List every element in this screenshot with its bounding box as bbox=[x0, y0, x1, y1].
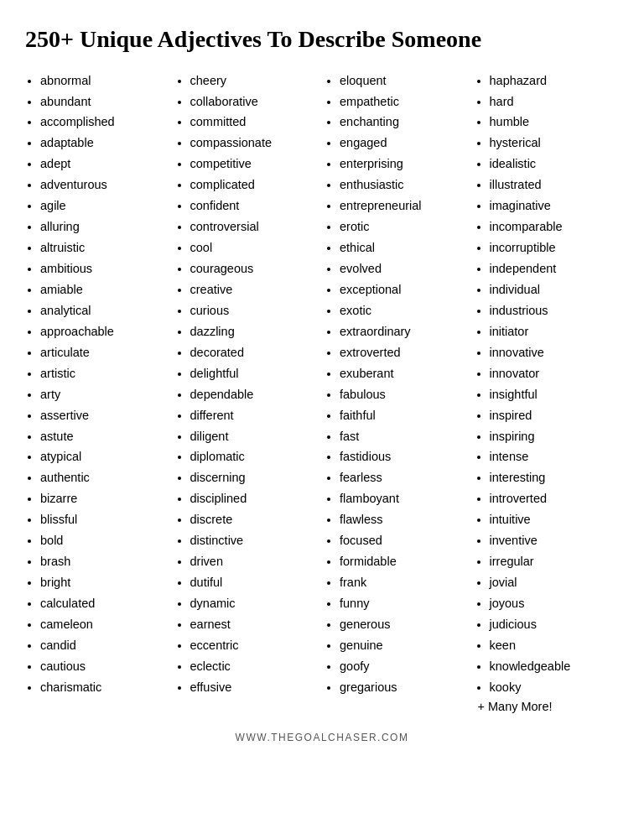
list-item: imaginative bbox=[490, 195, 615, 216]
list-item: haphazard bbox=[490, 70, 615, 91]
list-item: kooky bbox=[490, 677, 615, 698]
list-item: fabulous bbox=[340, 384, 465, 405]
page-title: 250+ Unique Adjectives To Describe Someo… bbox=[25, 25, 619, 54]
list-item: fastidious bbox=[340, 446, 465, 467]
list-item: formidable bbox=[340, 551, 465, 572]
list-item: atypical bbox=[40, 446, 165, 467]
list-item: keen bbox=[490, 635, 615, 656]
list-item: driven bbox=[190, 551, 315, 572]
list-item: brash bbox=[40, 551, 165, 572]
list-item: approachable bbox=[40, 321, 165, 342]
list-item: accomplished bbox=[40, 112, 165, 133]
list-item: judicious bbox=[490, 614, 615, 635]
list-item: funny bbox=[340, 593, 465, 614]
list-item: enchanting bbox=[340, 112, 465, 133]
list-item: disciplined bbox=[190, 488, 315, 509]
list-item: dependable bbox=[190, 384, 315, 405]
list-item: idealistic bbox=[490, 154, 615, 175]
list-item: assertive bbox=[40, 405, 165, 426]
list-item: flamboyant bbox=[340, 488, 465, 509]
list-item: independent bbox=[490, 258, 615, 279]
list-item: cameleon bbox=[40, 614, 165, 635]
list-item: dynamic bbox=[190, 593, 315, 614]
list-item: enthusiastic bbox=[340, 175, 465, 195]
list-item: collaborative bbox=[190, 91, 315, 112]
list-item: blissful bbox=[40, 509, 165, 530]
list-item: analytical bbox=[40, 300, 165, 321]
list-item: abundant bbox=[40, 91, 165, 112]
list-item: alluring bbox=[40, 216, 165, 237]
list-item: competitive bbox=[190, 154, 315, 175]
more-items-note: + Many More! bbox=[475, 700, 615, 713]
list-item: controversial bbox=[190, 216, 315, 237]
list-item: interesting bbox=[490, 467, 615, 488]
list-item: exotic bbox=[340, 300, 465, 321]
list-item: exuberant bbox=[340, 363, 465, 384]
list-item: cheery bbox=[190, 70, 315, 91]
list-item: diligent bbox=[190, 426, 315, 447]
list-item: irregular bbox=[490, 551, 615, 572]
list-item: exceptional bbox=[340, 279, 465, 300]
list-item: decorated bbox=[190, 342, 315, 363]
list-item: gregarious bbox=[340, 677, 465, 698]
list-item: effusive bbox=[190, 677, 315, 698]
list-item: confident bbox=[190, 195, 315, 216]
list-item: hysterical bbox=[490, 133, 615, 154]
list-item: discerning bbox=[190, 467, 315, 488]
list-item: illustrated bbox=[490, 175, 615, 195]
list-item: abnormal bbox=[40, 70, 165, 91]
list-item: individual bbox=[490, 279, 615, 300]
list-item: bright bbox=[40, 572, 165, 593]
footer-url: WWW.THEGOALCHASER.COM bbox=[25, 732, 619, 743]
list-item: flawless bbox=[340, 509, 465, 530]
list-item: agile bbox=[40, 195, 165, 216]
list-item: focused bbox=[340, 530, 465, 551]
column-1: abnormalabundantaccomplishedadaptableade… bbox=[25, 70, 170, 713]
list-item: dutiful bbox=[190, 572, 315, 593]
list-item: bizarre bbox=[40, 488, 165, 509]
list-item: ethical bbox=[340, 237, 465, 258]
column-2: cheerycollaborativecommittedcompassionat… bbox=[170, 70, 320, 713]
list-item: adaptable bbox=[40, 133, 165, 154]
list-item: inspired bbox=[490, 405, 615, 426]
list-item: authentic bbox=[40, 467, 165, 488]
list-item: intuitive bbox=[490, 509, 615, 530]
list-item: frank bbox=[340, 572, 465, 593]
list-item: calculated bbox=[40, 593, 165, 614]
list-item: innovator bbox=[490, 363, 615, 384]
list-item: diplomatic bbox=[190, 446, 315, 467]
list-item: eloquent bbox=[340, 70, 465, 91]
list-item: discrete bbox=[190, 509, 315, 530]
list-item: incomparable bbox=[490, 216, 615, 237]
list-item: intense bbox=[490, 446, 615, 467]
list-item: eclectic bbox=[190, 656, 315, 677]
list-item: fearless bbox=[340, 467, 465, 488]
list-item: cool bbox=[190, 237, 315, 258]
list-item: industrious bbox=[490, 300, 615, 321]
list-item: insightful bbox=[490, 384, 615, 405]
list-item: delightful bbox=[190, 363, 315, 384]
list-item: generous bbox=[340, 614, 465, 635]
list-item: knowledgeable bbox=[490, 656, 615, 677]
list-item: humble bbox=[490, 112, 615, 133]
list-item: adept bbox=[40, 154, 165, 175]
list-item: candid bbox=[40, 635, 165, 656]
list-item: dazzling bbox=[190, 321, 315, 342]
list-item: goofy bbox=[340, 656, 465, 677]
list-item: arty bbox=[40, 384, 165, 405]
list-item: joyous bbox=[490, 593, 615, 614]
list-item: compassionate bbox=[190, 133, 315, 154]
list-item: entrepreneurial bbox=[340, 195, 465, 216]
list-item: introverted bbox=[490, 488, 615, 509]
list-item: engaged bbox=[340, 133, 465, 154]
list-item: initiator bbox=[490, 321, 615, 342]
list-item: fast bbox=[340, 426, 465, 447]
column-4: haphazardhardhumblehystericalidealistici… bbox=[470, 70, 620, 713]
list-item: evolved bbox=[340, 258, 465, 279]
list-item: jovial bbox=[490, 572, 615, 593]
list-item: ambitious bbox=[40, 258, 165, 279]
list-item: charismatic bbox=[40, 677, 165, 698]
adjectives-grid: abnormalabundantaccomplishedadaptableade… bbox=[25, 70, 619, 713]
list-item: artistic bbox=[40, 363, 165, 384]
list-item: astute bbox=[40, 426, 165, 447]
